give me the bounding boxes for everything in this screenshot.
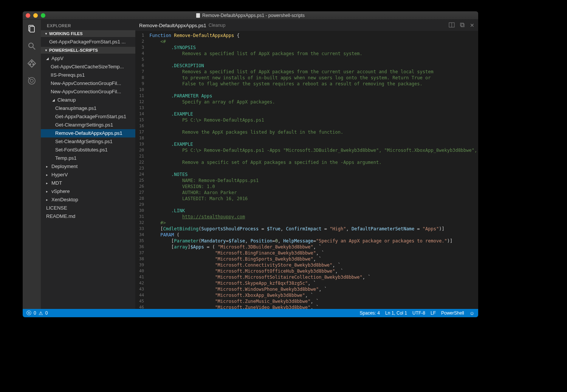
code-line[interactable]: Specify an array of AppX packages.	[149, 99, 478, 105]
code-line[interactable]: "Microsoft.MicrosoftSolitaireCollection_…	[149, 274, 478, 280]
code-line[interactable]: LASTEDIT: March 16, 2016	[149, 196, 478, 202]
code-line[interactable]: [array]$Apps = ( "Microsoft.3DBuilder_8w…	[149, 244, 478, 250]
code-line[interactable]: Remove the AppX packages listed by defau…	[149, 129, 478, 135]
project-header[interactable]: ▼ POWERSHELL-SCRIPTS	[41, 47, 135, 54]
code-line[interactable]: Function Remove-DefaultAppxApps {	[149, 32, 478, 39]
code-line[interactable]: PS C:\> Remove-DefaultApps.ps1 -Apps "Mi…	[149, 147, 478, 153]
file-item[interactable]: LICENSE	[41, 204, 135, 212]
file-item[interactable]: Get-AppxPackageFromStart.ps1	[41, 113, 135, 121]
working-files-header[interactable]: ▼ WORKING FILES	[41, 30, 135, 37]
file-item[interactable]: Get-AppvClientCacheSizeTemp...	[41, 63, 135, 71]
code-line[interactable]: to prevent new installs of in-built apps…	[149, 75, 478, 81]
code-line[interactable]: #>	[149, 220, 478, 226]
folder-item[interactable]: ▸Deployment	[41, 162, 135, 171]
code-line[interactable]	[149, 87, 478, 93]
code-line[interactable]: "Microsoft.SkypeApp_kzf8qxf38zg5c", `	[149, 280, 478, 286]
working-file-item[interactable]: Get-AppxPackageFromStart.ps1 ...	[41, 38, 135, 46]
close-editor-icon[interactable]: ✕	[470, 22, 474, 28]
code-line[interactable]	[149, 202, 478, 208]
code-editor[interactable]: 1234567891011121314151617181920212223242…	[135, 31, 478, 309]
code-line[interactable]: .LINK	[149, 208, 478, 214]
file-item[interactable]: IIS-Prereqs.ps1	[41, 71, 135, 79]
line-number: 8	[139, 75, 144, 81]
window-body: EXPLORER ▼ WORKING FILES Get-AppxPackage…	[23, 20, 478, 309]
split-editor-icon[interactable]	[449, 22, 455, 29]
file-item[interactable]: Remove-DefaultAppxApps.ps1	[41, 129, 135, 137]
code-line[interactable]: .SYNOPSIS	[149, 45, 478, 51]
warnings-icon[interactable]: ⚠	[39, 310, 43, 316]
code-content[interactable]: Function Remove-DefaultAppxApps { <# .SY…	[149, 31, 478, 309]
code-line[interactable]: NAME: Remove-DefaultApps.ps1	[149, 177, 478, 184]
eol-status[interactable]: LF	[431, 310, 436, 316]
file-item[interactable]: New-AppvConnectionGroupFil...	[41, 88, 135, 96]
code-line[interactable]: .EXAMPLE	[149, 111, 478, 117]
folder-item[interactable]: ◢Cleanup	[41, 96, 135, 104]
search-icon[interactable]	[26, 41, 37, 51]
code-line[interactable]	[149, 105, 478, 111]
chevron-right-icon: ▸	[46, 171, 50, 178]
explorer-icon[interactable]	[26, 23, 37, 34]
folder-item[interactable]: ▸MDT	[41, 179, 135, 187]
code-line[interactable]	[149, 57, 478, 63]
more-actions-icon[interactable]	[459, 22, 465, 29]
code-line[interactable]: [CmdletBinding(SupportsShouldProcess = $…	[149, 226, 478, 232]
code-line[interactable]: [Parameter(Mandatory=$false, Position=0,…	[149, 238, 478, 244]
file-icon	[196, 13, 200, 18]
maximize-window-button[interactable]	[41, 13, 45, 18]
code-line[interactable]: PS C:\> Remove-DefaultApps.ps1	[149, 117, 478, 123]
code-line[interactable]: "Microsoft.WindowsPhone_8wekyb3d8bbwe", …	[149, 286, 478, 292]
folder-item[interactable]: ▸HyperV	[41, 171, 135, 179]
code-line[interactable]: .EXAMPLE	[149, 141, 478, 147]
code-line[interactable]	[149, 123, 478, 129]
encoding-status[interactable]: UTF-8	[412, 310, 425, 316]
debug-icon[interactable]	[26, 76, 37, 86]
code-line[interactable]: http://stealthpuppy.com	[149, 214, 478, 220]
close-window-button[interactable]	[26, 13, 30, 18]
code-line[interactable]: .NOTES	[149, 171, 478, 177]
code-line[interactable]	[149, 135, 478, 141]
code-line[interactable]	[149, 165, 478, 171]
git-icon[interactable]	[26, 58, 37, 69]
code-line[interactable]: "Microsoft.ZuneVideo_8wekyb3d8bbwe", `	[149, 304, 478, 309]
code-line[interactable]: AUTHOR: Aaron Parker	[149, 190, 478, 196]
warning-count[interactable]: 0	[45, 310, 48, 316]
error-count[interactable]: 0	[34, 310, 36, 316]
cursor-position[interactable]: Ln 1, Col 1	[385, 310, 407, 316]
code-line[interactable]: False to flag whether the system require…	[149, 81, 478, 87]
code-line[interactable]	[149, 153, 478, 159]
code-line[interactable]: Removes a specified list of AppX package…	[149, 69, 478, 75]
active-tab-dir: Cleanup	[209, 23, 226, 28]
file-item[interactable]: README.md	[41, 212, 135, 221]
line-number: 23	[139, 165, 144, 171]
file-item[interactable]: CleanupImage.ps1	[41, 104, 135, 113]
file-item[interactable]: New-AppvConnectionGroupFil...	[41, 79, 135, 88]
folder-item[interactable]: ▸XenDesktop	[41, 196, 135, 204]
file-item[interactable]: Get-CleanmgrSettings.ps1	[41, 121, 135, 129]
code-line[interactable]: PARAM (	[149, 232, 478, 238]
code-line[interactable]: .DESCRIPTION	[149, 63, 478, 69]
code-line[interactable]: "Microsoft.BingFinance_8wekyb3d8bbwe", `	[149, 250, 478, 256]
feedback-icon[interactable]: ☺	[469, 310, 474, 316]
folder-item[interactable]: ▸vSphere	[41, 187, 135, 196]
minimize-window-button[interactable]	[33, 13, 38, 18]
code-line[interactable]: Removes a specified list of AppX package…	[149, 51, 478, 57]
folder-item[interactable]: ◢AppV	[41, 54, 135, 63]
indent-status[interactable]: Spaces: 4	[360, 310, 380, 316]
code-line[interactable]: VERSION: 1.0	[149, 184, 478, 190]
file-item[interactable]: Set-FontSubstitutes.ps1	[41, 146, 135, 154]
code-line[interactable]: "Microsoft.XboxApp_8wekyb3d8bbwe", `	[149, 292, 478, 298]
window-title-text: Remove-DefaultAppxApps.ps1 - powershell-…	[202, 13, 305, 18]
code-line[interactable]: "Microsoft.ConnectivityStore_8wekyb3d8bb…	[149, 262, 478, 268]
code-line[interactable]: "Microsoft.BingSports_8wekyb3d8bbwe", `	[149, 256, 478, 262]
active-tab-filename[interactable]: Remove-DefaultAppxApps.ps1	[139, 23, 206, 28]
file-item[interactable]: Temp.ps1	[41, 154, 135, 162]
code-line[interactable]: Remove a specific set of AppX packages a…	[149, 159, 478, 165]
code-line[interactable]: <#	[149, 39, 478, 45]
file-item[interactable]: Set-CleanMgrSettings.ps1	[41, 137, 135, 146]
language-status[interactable]: PowerShell	[441, 310, 464, 316]
code-line[interactable]: .PARAMETER Apps	[149, 93, 478, 99]
tree-item-label: MDT	[51, 180, 62, 187]
code-line[interactable]: "Microsoft.ZuneMusic_8wekyb3d8bbwe", `	[149, 298, 478, 304]
errors-icon[interactable]: ⓧ	[26, 310, 31, 316]
code-line[interactable]: "Microsoft.MicrosoftOfficeHub_8wekyb3d8b…	[149, 268, 478, 274]
